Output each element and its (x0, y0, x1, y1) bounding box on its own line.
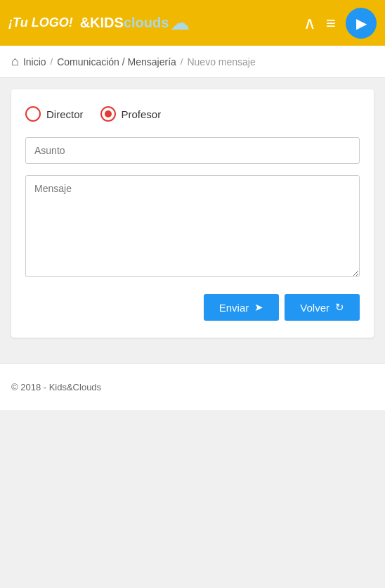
volver-label: Volver (300, 302, 329, 314)
video-button[interactable]: ▶ (346, 8, 377, 39)
footer-copyright: © 2018 - Kids&Clouds (11, 382, 101, 392)
radio-director[interactable]: Director (25, 106, 84, 122)
form-buttons: Enviar ➤ Volver ↻ (25, 294, 360, 321)
main-content: Director Profesor Enviar ➤ Volver ↻ (0, 78, 385, 349)
brand-swirl-icon: ☁ (170, 11, 190, 34)
form-card: Director Profesor Enviar ➤ Volver ↻ (11, 89, 374, 338)
radio-profesor-circle (100, 106, 116, 122)
radio-director-circle (25, 106, 41, 122)
video-icon: ▶ (356, 15, 367, 32)
triangle-icon[interactable]: ∧ (304, 13, 316, 33)
app-header: ¡Tu LOGO! &KIDS clouds ☁ ∧ ≡ ▶ (0, 0, 385, 46)
header-left: ¡Tu LOGO! &KIDS clouds ☁ (8, 11, 190, 34)
enviar-label: Enviar (219, 302, 249, 314)
breadcrumb-section[interactable]: Comunicación / Mensajería (57, 56, 176, 68)
logo-text: ¡Tu LOGO! (8, 15, 73, 30)
subject-input[interactable] (25, 137, 360, 164)
radio-profesor-dot (105, 110, 112, 117)
page-footer: © 2018 - Kids&Clouds (0, 363, 385, 410)
enviar-button[interactable]: Enviar ➤ (204, 294, 280, 321)
volver-refresh-icon: ↻ (335, 301, 344, 314)
home-icon[interactable]: ⌂ (11, 54, 19, 69)
volver-button[interactable]: Volver ↻ (285, 294, 360, 321)
breadcrumb: ⌂ Inicio / Comunicación / Mensajería / N… (0, 46, 385, 78)
enviar-arrow-icon: ➤ (254, 301, 263, 314)
brand-ampersand: &KIDS (80, 15, 124, 31)
recipient-radio-group: Director Profesor (25, 106, 360, 122)
radio-director-label: Director (46, 108, 84, 120)
message-textarea[interactable] (25, 175, 360, 277)
brand-logo: &KIDS clouds ☁ (80, 11, 190, 34)
breadcrumb-sep-2: / (181, 56, 183, 67)
header-icons: ∧ ≡ ▶ (304, 8, 377, 39)
breadcrumb-home-label[interactable]: Inicio (23, 56, 46, 68)
menu-icon[interactable]: ≡ (326, 13, 336, 33)
radio-profesor[interactable]: Profesor (100, 106, 162, 122)
breadcrumb-current: Nuevo mensaje (187, 56, 255, 68)
breadcrumb-sep-1: / (51, 56, 53, 67)
brand-clouds-text: clouds (124, 15, 169, 31)
radio-profesor-label: Profesor (122, 108, 162, 120)
